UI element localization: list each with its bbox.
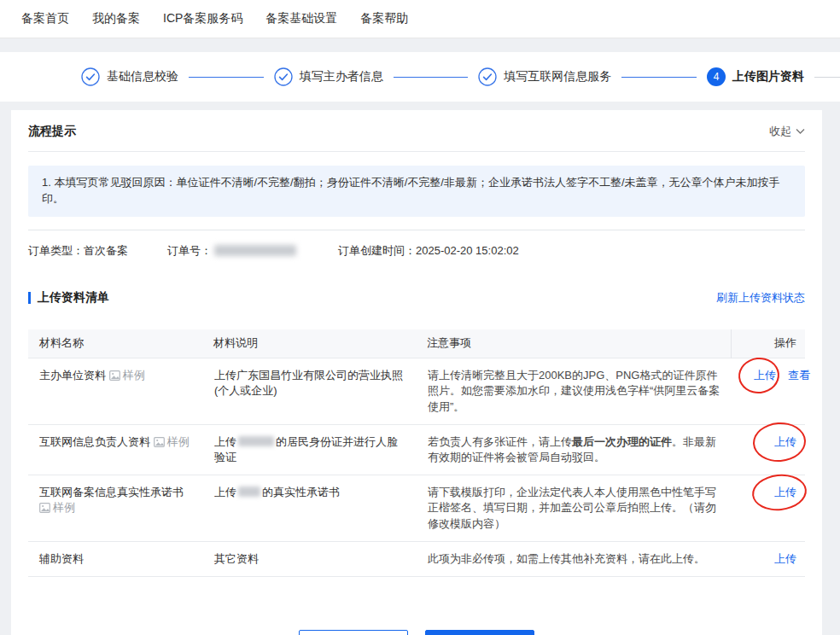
material-desc-cell: 其它资料 — [203, 541, 417, 576]
cell-text: 此项为非必传项，如需上传其他补充资料，请在此上传。 — [428, 552, 705, 565]
sample-link[interactable]: 样例 — [39, 501, 75, 514]
step-check-icon — [274, 67, 293, 86]
cell-text: (个人或企业) — [214, 384, 277, 397]
nav-item-beian-help[interactable]: 备案帮助 — [360, 11, 408, 26]
step-check-icon — [81, 67, 100, 86]
cell-text: 互联网备案信息真实性承诺书 — [39, 486, 184, 498]
nav-item-icp-service-code[interactable]: ICP备案服务码 — [163, 11, 242, 26]
sample-link[interactable]: 样例 — [154, 435, 190, 448]
material-note-cell: 请上传清晰完整且大于200KB的JPG、PNG格式的证件原件照片。如您需要添加水… — [417, 358, 731, 425]
step-organizer-info: 填写主办者信息 — [274, 67, 383, 86]
table-row: 主办单位资料 样例上传广东国昌竹业有限公司的营业执照(个人或企业)请上传清晰完整… — [28, 358, 805, 425]
sample-image-icon — [39, 503, 50, 513]
step-check-icon — [478, 67, 497, 86]
chevron-down-icon — [796, 128, 805, 135]
sample-link[interactable]: 样例 — [109, 369, 145, 382]
column-header-3: 操作 — [731, 329, 805, 358]
sample-image-icon — [154, 437, 165, 447]
rejection-reasons-notice: 1. 本填写页常见驳回原因：单位证件不清晰/不完整/翻拍；身份证件不清晰/不完整… — [28, 166, 805, 217]
step-internet-service-info: 填写互联网信息服务 — [478, 67, 611, 86]
actions-cell: 上传 — [731, 541, 805, 576]
material-name-cell: 主办单位资料 样例 — [28, 358, 203, 425]
footer-actions: 上一步 下一步 — [28, 630, 805, 635]
material-desc-cell: 上传的居民身份证并进行人脸验证 — [203, 424, 417, 475]
step-upload-images: 4上传图片资料 — [707, 67, 804, 86]
step-label: 填写主办者信息 — [300, 69, 383, 84]
step-connector-trailing — [814, 77, 840, 78]
table-row: 互联网信息负责人资料 样例上传的居民身份证并进行人脸验证若负责人有多张证件，请上… — [28, 424, 805, 475]
redacted-text — [238, 486, 260, 497]
order-number: 订单号： — [167, 243, 299, 259]
material-desc-cell: 上传广东国昌竹业有限公司的营业执照(个人或企业) — [203, 358, 417, 425]
nav-item-my-beian[interactable]: 我的备案 — [92, 11, 140, 26]
material-name-cell: 互联网备案信息真实性承诺书样例 — [28, 475, 203, 542]
refresh-status-link[interactable]: 刷新上传资料状态 — [716, 290, 805, 306]
sample-label: 样例 — [167, 435, 190, 448]
step-label: 基础信息校验 — [107, 69, 178, 84]
column-header-1: 材料说明 — [203, 329, 417, 358]
nav-item-beian-home[interactable]: 备案首页 — [21, 11, 69, 26]
cell-text: 的真实性承诺书 — [262, 486, 340, 498]
cell-text: 其它资料 — [214, 552, 259, 565]
cell-text: 最后一次办理的证件 — [572, 435, 672, 448]
collapse-toggle[interactable]: 收起 — [769, 124, 805, 139]
cell-text: 上传 — [214, 486, 236, 498]
upload-list-header: 上传资料清单 刷新上传资料状态 — [28, 290, 805, 306]
cell-text: 辅助资料 — [39, 552, 84, 565]
cell-text: 互联网信息负责人资料 — [39, 435, 154, 448]
material-note-cell: 此项为非必传项，如需上传其他补充资料，请在此上传。 — [417, 541, 731, 576]
step-basic-info-check: 基础信息校验 — [81, 67, 178, 86]
nav-item-beian-basic-settings[interactable]: 备案基础设置 — [265, 11, 337, 26]
column-header-2: 注意事项 — [417, 329, 731, 358]
step-connector — [394, 77, 469, 78]
circled-action: 上传 — [762, 485, 796, 500]
next-step-button[interactable]: 下一步 — [425, 630, 534, 635]
progress-stepper: 基础信息校验填写主办者信息填写互联网信息服务4上传图片资料 — [0, 67, 840, 86]
view-link[interactable]: 查看 — [788, 369, 810, 382]
upload-link[interactable]: 上传 — [754, 369, 776, 382]
table-row: 辅助资料其它资料此项为非必传项，如需上传其他补充资料，请在此上传。上传 — [28, 541, 805, 576]
flow-tips-header: 流程提示 收起 — [28, 110, 805, 139]
step-connector — [189, 77, 264, 78]
actions-cell: 上传 — [731, 424, 805, 475]
upload-list-title: 上传资料清单 — [38, 290, 716, 306]
material-desc-cell: 上传的真实性承诺书 — [203, 475, 417, 542]
circled-action: 上传 — [762, 434, 796, 450]
actions-cell: 上传 — [731, 475, 805, 542]
cell-text: 请上传清晰完整且大于200KB的JPG、PNG格式的证件原件照片。如您需要添加水… — [428, 369, 720, 412]
step-label: 上传图片资料 — [732, 69, 804, 84]
actions-cell: 上传查看 — [731, 358, 805, 425]
order-info: 订单类型：首次备案 订单号： 订单创建时间：2025-02-20 15:02:0… — [28, 230, 805, 271]
order-type: 订单类型：首次备案 — [28, 243, 128, 259]
step-number-badge: 4 — [707, 67, 726, 86]
table-row: 互联网备案信息真实性承诺书样例上传的真实性承诺书请下载模版打印，企业法定代表人本… — [28, 475, 805, 542]
sample-label: 样例 — [53, 501, 75, 514]
cell-text: 若负责人有多张证件，请上传 — [428, 435, 572, 448]
flow-tips-title: 流程提示 — [28, 124, 76, 139]
upload-link[interactable]: 上传 — [774, 486, 796, 498]
material-note-cell: 若负责人有多张证件，请上传最后一次办理的证件。非最新有效期的证件将会被管局自动驳… — [417, 424, 731, 475]
upload-link[interactable]: 上传 — [774, 435, 796, 448]
sample-image-icon — [109, 370, 120, 381]
order-created-time: 订单创建时间：2025-02-20 15:02:02 — [338, 243, 519, 259]
main-card: 流程提示 收起 1. 本填写页常见驳回原因：单位证件不清晰/不完整/翻拍；身份证… — [11, 110, 822, 635]
material-name-cell: 辅助资料 — [28, 541, 203, 576]
step-label: 填写互联网信息服务 — [504, 69, 611, 84]
sample-label: 样例 — [123, 369, 145, 382]
divider — [28, 151, 805, 152]
circled-action: 上传 — [742, 368, 776, 383]
column-header-0: 材料名称 — [28, 329, 203, 358]
cell-text: 上传广东国昌竹业有限公司的营业执照 — [214, 369, 403, 382]
cell-text: 上传 — [214, 435, 236, 448]
cell-text: 请下载模版打印，企业法定代表人本人使用黑色中性笔手写正楷签名、填写日期，并加盖公… — [428, 486, 716, 529]
redacted-text — [238, 436, 274, 446]
collapse-label: 收起 — [769, 124, 791, 139]
material-name-cell: 互联网信息负责人资料 样例 — [28, 424, 203, 475]
nav-menu: 备案首页我的备案ICP备案服务码备案基础设置备案帮助 — [21, 11, 431, 26]
prev-step-button[interactable]: 上一步 — [299, 630, 408, 635]
upload-link[interactable]: 上传 — [774, 552, 796, 565]
cell-text: 主办单位资料 — [39, 369, 109, 382]
step-connector — [621, 77, 697, 78]
materials-table: 材料名称材料说明注意事项操作 主办单位资料 样例上传广东国昌竹业有限公司的营业执… — [28, 329, 805, 577]
top-nav: 备案首页我的备案ICP备案服务码备案基础设置备案帮助 — [0, 0, 840, 38]
